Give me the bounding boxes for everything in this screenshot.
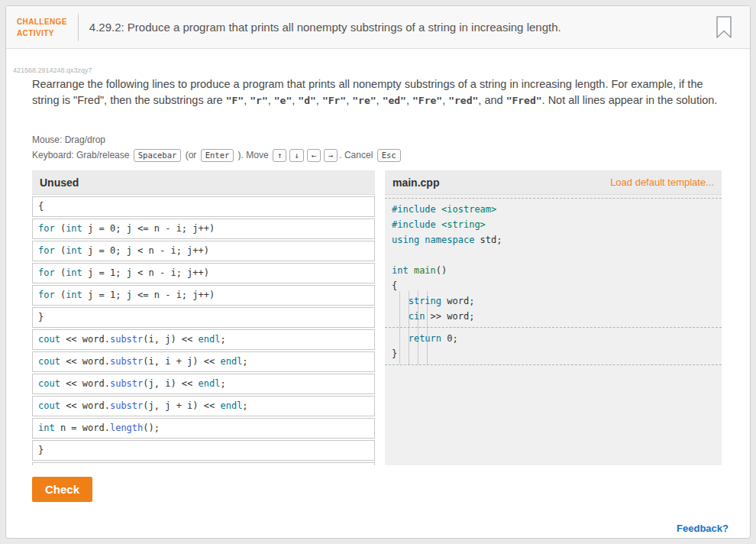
activity-header: CHALLENGE ACTIVITY 4.29.2: Produce a pro… <box>6 6 750 49</box>
unused-code-line[interactable]: int n = word.length(); <box>32 418 375 439</box>
code-line: string word; <box>385 293 722 309</box>
unused-panel: Unused {for (int j = 0; j <= n - i; j++)… <box>32 170 375 465</box>
drop-zone-separator[interactable] <box>385 198 722 199</box>
unused-code-line[interactable]: cout << word.substr(j, i) << endl; <box>32 374 375 394</box>
key-cap: ↑ <box>273 149 286 162</box>
code-line: } <box>385 346 722 361</box>
code-line: { <box>385 278 722 293</box>
code-line: #include <string> <box>385 217 722 232</box>
code-editor-area[interactable]: #include <iostream>#include <string>usin… <box>385 195 722 465</box>
unused-panel-title: Unused <box>40 176 367 189</box>
load-default-template-link[interactable]: Load default template... <box>610 176 714 188</box>
keyboard-help: Keyboard: Grab/release Spacebar (or Ente… <box>32 149 402 162</box>
code-line: return 0; <box>385 331 722 346</box>
key-cap: Enter <box>201 149 234 162</box>
drop-zone-separator[interactable] <box>385 364 722 365</box>
editor-filename: main.cpp <box>393 176 610 189</box>
key-cap: ← <box>307 149 321 162</box>
code-line: int main() <box>385 263 722 278</box>
key-cap: → <box>324 149 338 162</box>
challenge-activity-label: CHALLENGE ACTIVITY <box>6 16 78 39</box>
check-button[interactable]: Check <box>32 477 92 502</box>
unused-code-line[interactable]: } <box>32 307 375 328</box>
unused-items-list: {for (int j = 0; j <= n - i; j++)for (in… <box>32 195 375 465</box>
instructions-text: Rearrange the following lines to produce… <box>32 76 732 108</box>
unused-code-line[interactable]: } <box>32 440 375 461</box>
key-cap: Spacebar <box>134 149 182 162</box>
unused-code-line[interactable]: cout << word.substr(i, i + j) << endl; <box>32 351 375 372</box>
drop-zone-separator[interactable] <box>385 327 722 328</box>
editor-panel: main.cpp Load default template... #inclu… <box>385 170 722 465</box>
unused-code-line[interactable]: for (int j = 1; j < n - i; j++) <box>32 263 375 283</box>
unused-code-line[interactable]: for (int j = 1; j <= n - i; j++) <box>32 285 375 306</box>
editor-panel-header: main.cpp Load default template... <box>385 170 722 195</box>
code-rows: #include <iostream>#include <string>usin… <box>385 198 722 365</box>
unused-code-line[interactable]: cout << word.substr(i, j) << endl; <box>32 329 375 350</box>
unused-code-line[interactable]: for (int j = 0; j < n - i; j++) <box>32 241 375 261</box>
activity-card: CHALLENGE ACTIVITY 4.29.2: Produce a pro… <box>5 5 751 539</box>
code-line: using namespace std; <box>385 232 722 248</box>
code-line: #include <iostream> <box>385 202 722 217</box>
code-line: cin >> word; <box>385 309 722 324</box>
bookmark-icon[interactable] <box>715 15 733 39</box>
unused-panel-header: Unused <box>32 170 375 195</box>
kicker-line-1: CHALLENGE <box>17 16 67 28</box>
key-cap: Esc <box>377 149 401 162</box>
kicker-line-2: ACTIVITY <box>17 28 67 39</box>
mouse-help: Mouse: Drag/drop <box>32 134 105 145</box>
activity-id: 421568.2914248.qx3zqy7 <box>13 66 92 74</box>
unused-code-line[interactable]: for (int j = 0; j <= n - i; j++) <box>32 219 375 239</box>
unused-code-line[interactable]: { <box>32 196 375 217</box>
blank-line <box>385 248 722 263</box>
feedback-link[interactable]: Feedback? <box>677 523 729 534</box>
unused-code-line[interactable]: for (int i = 0; i < n; i++) <box>32 462 375 465</box>
activity-title: 4.29.2: Produce a program that prints al… <box>79 21 715 34</box>
key-cap: ↓ <box>289 149 303 162</box>
unused-code-line[interactable]: cout << word.substr(j, j + i) << endl; <box>32 396 375 416</box>
